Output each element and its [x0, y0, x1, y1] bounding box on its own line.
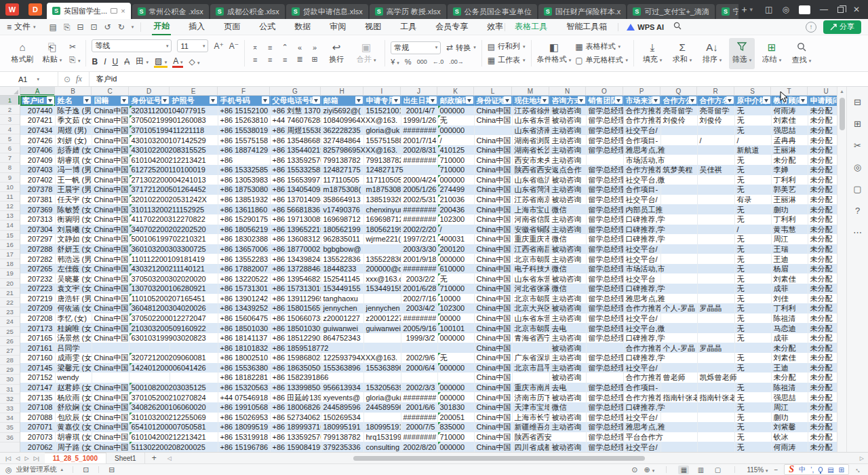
- cell[interactable]: 207147: [20, 383, 55, 393]
- cell[interactable]: +86 15196786: [218, 442, 270, 452]
- more-icon[interactable]: ⋯: [853, 228, 862, 238]
- cell[interactable]: 留学总经理: [586, 264, 623, 274]
- cell[interactable]: +86 18874129: [218, 145, 270, 155]
- cell[interactable]: China中国: [474, 264, 512, 274]
- cell[interactable]: [401, 373, 437, 383]
- cell[interactable]: [170, 195, 218, 205]
- cell[interactable]: [437, 343, 474, 353]
- cell[interactable]: +86 1580156591: [270, 303, 321, 314]
- cell[interactable]: +86 1851229020: [270, 333, 321, 343]
- record-icon[interactable]: ◎: [854, 163, 861, 172]
- cell[interactable]: 无: [734, 126, 771, 136]
- cell[interactable]: 无: [734, 185, 771, 195]
- cell[interactable]: +86 15538019: [218, 126, 270, 136]
- cell[interactable]: 留学总经理: [586, 145, 623, 155]
- cell[interactable]: [170, 185, 218, 195]
- cell[interactable]: 主动咨询: [549, 225, 586, 235]
- row-number-36[interactable]: 36: [0, 433, 20, 442]
- cell[interactable]: 留学总经理: [586, 135, 623, 145]
- currency-button[interactable]: ¥ ▾: [391, 58, 399, 66]
- new-tab-button[interactable]: +: [741, 4, 747, 15]
- cell[interactable]: 李忆 (女): [55, 314, 92, 324]
- cell[interactable]: 留学总经理: [586, 294, 623, 304]
- cell[interactable]: 无: [734, 353, 771, 363]
- cell[interactable]: 包欣辰 (女: [55, 413, 92, 423]
- cell[interactable]: wendy: [55, 373, 92, 383]
- cell[interactable]: 2002/5/31: [401, 195, 437, 205]
- cell[interactable]: 无: [734, 106, 771, 116]
- column-header-C[interactable]: C: [92, 87, 129, 95]
- align-right-icon[interactable]: ≡: [280, 56, 290, 64]
- cell[interactable]: 207108: [20, 402, 55, 413]
- cell[interactable]: China中国: [92, 225, 129, 235]
- row-number-35[interactable]: 35: [0, 423, 20, 432]
- cell[interactable]: 市场活动,市: [623, 264, 660, 274]
- cell[interactable]: +86 52734062: [270, 413, 321, 423]
- cell[interactable]: 710000: [437, 155, 474, 165]
- cell[interactable]: 韩浩远 (男: [55, 254, 92, 264]
- borders-button[interactable]: 田 ▾: [136, 56, 149, 67]
- cell[interactable]: [660, 323, 697, 333]
- cell[interactable]: 陈子逸 (男: [55, 106, 92, 116]
- cell[interactable]: China中国: [92, 273, 129, 284]
- column-header-P[interactable]: P: [623, 87, 660, 95]
- cell[interactable]: 207173: [20, 323, 55, 333]
- row-number-18[interactable]: 18: [0, 259, 20, 269]
- cell[interactable]: 271302200004241013: [129, 175, 170, 185]
- cell[interactable]: +86 15536380: [218, 363, 270, 373]
- cell[interactable]: +86 1899937166: [270, 422, 321, 432]
- cell[interactable]: 000000: [437, 383, 474, 393]
- cell[interactable]: 留学总经理: [586, 126, 623, 136]
- cell[interactable]: +86 1372884680: [270, 264, 321, 274]
- cell[interactable]: China中国: [92, 135, 129, 145]
- cell[interactable]: China中国: [474, 106, 512, 116]
- row-number-25[interactable]: 25: [0, 327, 20, 337]
- italic-button[interactable]: I: [104, 57, 106, 66]
- cell[interactable]: China中国: [92, 115, 129, 126]
- cell[interactable]: wjrme221(: [363, 234, 401, 244]
- cell[interactable]: China中国: [474, 353, 512, 363]
- cell[interactable]: 蒯玏: [771, 204, 808, 214]
- cell[interactable]: 244589596: [363, 402, 401, 413]
- cell[interactable]: China中国: [92, 155, 129, 165]
- cell[interactable]: 207161: [20, 343, 55, 353]
- column-header-T[interactable]: T: [771, 87, 808, 95]
- fill-handle[interactable]: [53, 104, 56, 106]
- cell[interactable]: 未分配: [808, 432, 837, 442]
- cell[interactable]: 207265: [20, 264, 55, 274]
- cell[interactable]: +86 18302388: [218, 234, 270, 244]
- cell[interactable]: 000000: [437, 442, 474, 452]
- cell[interactable]: xxx@163.c: [363, 273, 401, 284]
- cell[interactable]: 衡琬明 (女: [55, 214, 92, 225]
- cell[interactable]: 被动咨询: [549, 273, 586, 284]
- cell[interactable]: [660, 413, 697, 423]
- cell[interactable]: 2002/8/31: [401, 145, 437, 155]
- cell[interactable]: 无: [734, 333, 771, 343]
- cell[interactable]: 210303200509160922: [129, 323, 170, 333]
- cell[interactable]: 10000: [437, 294, 474, 304]
- table-header-cell[interactable]: 原中介机: [734, 96, 771, 106]
- cell[interactable]: 1999/1/26: [401, 115, 437, 126]
- cell[interactable]: +86 1395468251: [270, 273, 321, 284]
- cell[interactable]: 社交平台/: [623, 314, 660, 324]
- cell[interactable]: China中国: [474, 175, 512, 185]
- cell[interactable]: 被动咨询: [549, 195, 586, 205]
- cell[interactable]: China中国: [474, 273, 512, 284]
- table-header-cell[interactable]: 邮箱: [321, 96, 363, 106]
- cell[interactable]: 110105200207165451: [129, 294, 170, 304]
- cell[interactable]: [170, 244, 218, 254]
- cell[interactable]: 180562199: [321, 225, 363, 235]
- fill-color-button[interactable]: ▨ ▾: [155, 56, 167, 66]
- cell[interactable]: [660, 126, 697, 136]
- cell[interactable]: ########: [401, 392, 437, 402]
- cell[interactable]: 留学总经理: [586, 402, 623, 413]
- cell[interactable]: 864752343: [321, 333, 363, 343]
- cell[interactable]: +86 15026953: [218, 413, 270, 423]
- cell[interactable]: 2001/6/6: [401, 402, 437, 413]
- cell[interactable]: 微信: [549, 284, 586, 294]
- cell[interactable]: 口碑推荐,学: [623, 225, 660, 235]
- cell[interactable]: China中国: [92, 442, 129, 452]
- cell[interactable]: 主动咨询: [549, 214, 586, 225]
- cell[interactable]: [586, 373, 623, 383]
- cell[interactable]: 无: [734, 294, 771, 304]
